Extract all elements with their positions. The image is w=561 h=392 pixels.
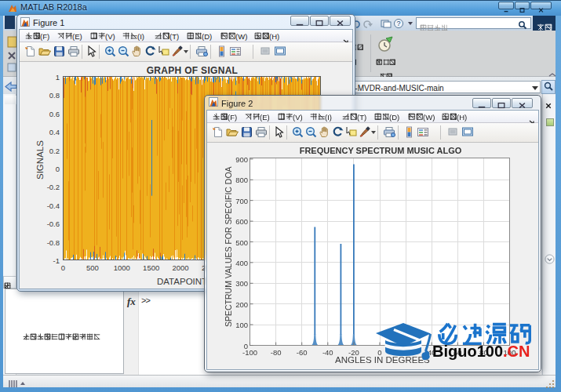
svg-text:?: ? bbox=[396, 20, 400, 27]
